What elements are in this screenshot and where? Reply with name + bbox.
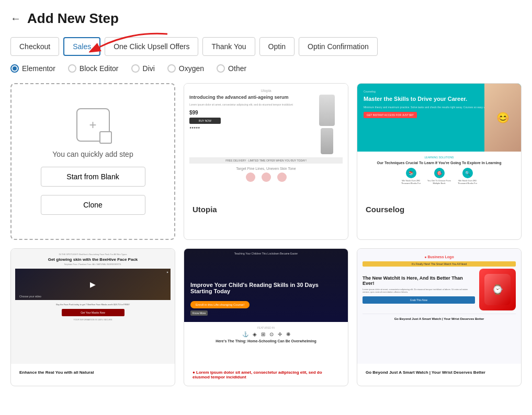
template-name-utopia: Utopia [184,199,348,220]
template-name-watch: Go Beyond Just A Smart Watch | Your Wris… [357,364,521,381]
tab-one_click[interactable]: One Click Upsell Offers [105,37,198,56]
tabs-row: CheckoutSalesOne Click Upsell OffersThan… [10,37,522,56]
page-title: Add New Step [27,10,119,27]
radio-divi[interactable]: Divi [131,64,155,73]
radio-circle-elementor [10,64,19,73]
template-card-reading[interactable]: Teaching Your Children This Lockdown Bec… [184,248,348,386]
tab-thank_you[interactable]: Thank You [202,37,255,56]
radio-label-elementor: Elementor [22,64,55,73]
template-card-beehive[interactable]: IN THE SPOTLIGHT: BeeHive's Nourishing F… [10,248,175,386]
radio-label-oxygen: Oxygen [179,64,204,73]
template-card-utopia[interactable]: Utopla Introducing the advanced anti-age… [184,83,348,240]
add-step-icon: + [76,108,110,142]
radio-oxygen[interactable]: Oxygen [167,64,204,73]
templates-grid: + You can quickly add step Start from Bl… [10,83,522,386]
radio-other[interactable]: Other [217,64,246,73]
template-preview-watch: ● Business Logo It's Finally Here! The S… [357,249,521,364]
radio-row: ElementorBlock EditorDiviOxygenOther [10,64,522,73]
radio-circle-block_editor [68,64,76,73]
radio-circle-oxygen [167,64,176,73]
radio-elementor[interactable]: Elementor [10,64,55,73]
page-wrapper: ← Add New Step CheckoutSalesOne Click Up… [0,0,532,415]
back-button[interactable]: ← [10,13,21,25]
tab-checkout[interactable]: Checkout [10,37,59,56]
radio-label-block_editor: Block Editor [80,64,119,73]
blank-card-text: You can quickly add step [52,150,133,158]
radio-circle-other [217,64,225,73]
template-preview-reading: Teaching Your Children This Lockdown Bec… [184,249,348,364]
blank-card[interactable]: + You can quickly add step Start from Bl… [10,83,175,240]
radio-circle-divi [131,64,140,73]
template-card-watch[interactable]: ● Business Logo It's Finally Here! The S… [357,248,522,386]
tab-optin[interactable]: Optin [259,37,295,56]
template-name-reading: ● Lorem ipsum dolor sit amet, consectetu… [184,364,348,386]
template-preview-utopia: Utopla Introducing the advanced anti-age… [184,84,348,199]
radio-label-other: Other [228,64,246,73]
start-blank-button[interactable]: Start from Blank [41,167,145,187]
tab-sales[interactable]: Sales [63,37,100,56]
radio-block_editor[interactable]: Block Editor [68,64,119,73]
template-preview-beehive: IN THE SPOTLIGHT: BeeHive's Nourishing F… [11,249,175,364]
clone-button[interactable]: Clone [41,195,145,215]
plus-icon: + [89,118,96,132]
template-preview-courselog: Courselog Master the Skills to Drive you… [357,84,521,199]
header: ← Add New Step [10,10,522,27]
template-name-courselog: Courselog [357,199,521,220]
tab-optin_confirmation[interactable]: Optin Confirmation [299,37,378,56]
template-card-courselog[interactable]: Courselog Master the Skills to Drive you… [357,83,522,240]
radio-label-divi: Divi [143,64,155,73]
template-name-beehive: Enhance the Real You with all Natural [11,364,175,381]
